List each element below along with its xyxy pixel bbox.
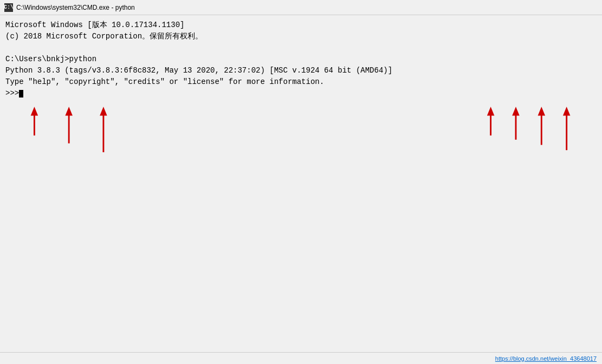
arrow-help [31,107,38,135]
svg-marker-11 [538,107,546,115]
console-line-2: (c) 2018 Microsoft Corporation。保留所有权利。 [5,31,597,42]
svg-marker-9 [512,107,520,115]
console-line-1: Microsoft Windows [版本 10.0.17134.1130] [5,20,597,31]
console-line-3 [5,42,597,54]
console-prompt[interactable]: >>> [5,88,597,99]
console-line-5: Python 3.8.3 (tags/v3.8.3:6f8c832, May 1… [5,65,597,76]
arrow-copyright [65,107,73,144]
svg-marker-1 [31,107,38,115]
console-line-6: Type "help", "copyright", "credits" or "… [5,76,597,88]
cmd-window: C:\ C:\Windows\system32\CMD.exe - python… [0,0,602,364]
arrow-credits [100,107,107,152]
title-bar: C:\ C:\Windows\system32\CMD.exe - python [0,0,602,15]
status-bar: https://blog.csdn.net/weixin_43648017 [0,352,602,364]
svg-marker-13 [563,107,571,115]
arrow-right-4 [563,107,571,150]
arrow-right-2 [512,107,520,140]
cursor [19,90,23,98]
arrow-right-1 [487,107,495,135]
cmd-icon: C:\ [4,3,13,12]
arrow-right-3 [538,107,546,145]
console-line-4: C:\Users\bnkj>python [5,54,597,65]
status-url[interactable]: https://blog.csdn.net/weixin_43648017 [495,355,597,362]
svg-marker-3 [65,107,73,115]
svg-marker-7 [487,107,495,115]
console-area[interactable]: Microsoft Windows [版本 10.0.17134.1130] (… [0,15,602,352]
svg-marker-5 [100,107,107,115]
title-bar-text: C:\Windows\system32\CMD.exe - python [16,4,135,11]
prompt-text: >>> [5,88,19,99]
